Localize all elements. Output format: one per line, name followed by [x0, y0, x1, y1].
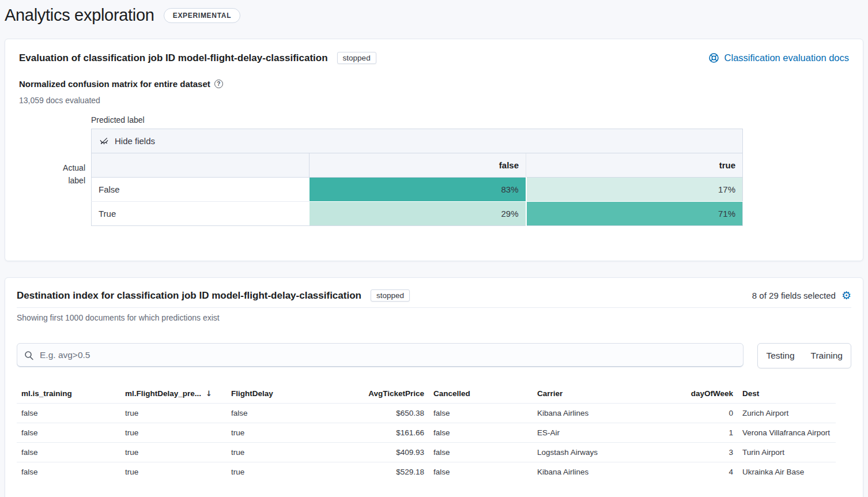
column-header[interactable]: Dest [738, 387, 836, 404]
matrix-cell: 17% [526, 178, 743, 202]
table-cell: true [120, 423, 227, 443]
table-cell: $161.66 [324, 423, 429, 443]
matrix-row: False83%17% [92, 178, 743, 202]
column-header[interactable]: ml.is_training [17, 387, 120, 404]
destination-status-badge: stopped [371, 289, 410, 302]
table-cell: 1 [642, 423, 738, 443]
table-cell: false [17, 462, 120, 482]
hide-fields-label: Hide fields [115, 136, 155, 146]
results-header-row: ml.is_trainingml.FlightDelay_pre...↓Flig… [17, 387, 836, 404]
sort-desc-icon: ↓ [206, 389, 212, 398]
table-cell: 0 [642, 404, 738, 423]
table-row: falsetruetrue$529.18falseKibana Airlines… [17, 462, 836, 482]
table-cell: false [17, 443, 120, 462]
page-title: Analytics exploration [5, 6, 154, 25]
table-cell: false [17, 423, 120, 443]
column-header[interactable]: FlightDelay [227, 387, 324, 404]
table-cell: true [120, 404, 227, 423]
table-cell: true [227, 462, 324, 482]
table-row: falsetruetrue$409.93falseLogstash Airway… [17, 443, 836, 462]
column-header[interactable]: Carrier [533, 387, 642, 404]
table-cell: 3 [642, 443, 738, 462]
experimental-badge: EXPERIMENTAL [164, 8, 241, 23]
column-header[interactable]: dayOfWeek [642, 387, 738, 404]
matrix-row-label: False [92, 178, 310, 202]
table-cell: false [429, 404, 533, 423]
destination-subtitle: Showing first 1000 documents for which p… [17, 313, 851, 322]
page-header: Analytics exploration EXPERIMENTAL [5, 6, 863, 25]
matrix-col-false: false [310, 153, 526, 178]
table-cell: 4 [642, 462, 738, 482]
classification-evaluation-docs-link[interactable]: Classification evaluation docs [708, 52, 849, 63]
table-cell: Zurich Airport [738, 404, 836, 423]
table-cell: true [227, 423, 324, 443]
table-cell: Kibana Airlines [533, 462, 642, 482]
table-cell: false [429, 423, 533, 443]
actual-label: Actual label [19, 115, 91, 226]
question-circle-icon[interactable]: ? [214, 80, 223, 88]
confusion-matrix-table: Hide fields false true False83%17%True29… [91, 129, 743, 226]
table-cell: true [227, 443, 324, 462]
matrix-col-true: true [526, 153, 743, 178]
table-cell: true [120, 462, 227, 482]
search-input[interactable] [40, 350, 736, 360]
help-icon [708, 52, 719, 63]
evaluation-panel: Evaluation of classification job ID mode… [5, 39, 863, 261]
column-header[interactable]: ml.FlightDelay_pre...↓ [120, 387, 227, 404]
fields-selected-count: 8 of 29 fields selected [752, 291, 836, 300]
table-row: falsetruetrue$161.66falseES-Air1Verona V… [17, 423, 836, 443]
table-cell: $529.18 [324, 462, 429, 482]
matrix-cell: 83% [310, 178, 526, 202]
destination-index-panel: Destination index for classification job… [5, 277, 863, 497]
docs-link-label: Classification evaluation docs [724, 52, 849, 63]
table-cell: Verona Villafranca Airport [738, 423, 836, 443]
table-cell: ES-Air [533, 423, 642, 443]
hide-fields-button[interactable]: Hide fields [92, 129, 743, 153]
table-cell: false [17, 404, 120, 423]
results-table: ml.is_trainingml.FlightDelay_pre...↓Flig… [17, 387, 836, 481]
analytics-exploration-page: Analytics exploration EXPERIMENTAL Evalu… [0, 0, 868, 497]
destination-panel-title: Destination index for classification job… [17, 290, 361, 302]
column-header[interactable]: AvgTicketPrice [324, 387, 429, 404]
predicted-label: Predicted label [91, 115, 742, 125]
matrix-row: True29%71% [92, 202, 743, 226]
job-status-badge: stopped [337, 52, 376, 64]
docs-evaluated-count: 13,059 docs evaluated [19, 96, 849, 105]
table-cell: Ukrainka Air Base [738, 462, 836, 482]
table-cell: false [429, 462, 533, 482]
table-cell: false [227, 404, 324, 423]
table-cell: $650.38 [324, 404, 429, 423]
matrix-cell: 29% [310, 202, 526, 226]
evaluation-panel-title: Evaluation of classification job ID mode… [19, 52, 328, 64]
matrix-row-label: True [92, 202, 310, 226]
table-cell: false [429, 443, 533, 462]
testing-button[interactable]: Testing [758, 344, 802, 368]
hide-fields-row: Hide fields [92, 129, 743, 153]
table-cell: $409.93 [324, 443, 429, 462]
gear-icon[interactable]: ⚙ [841, 290, 851, 301]
column-header[interactable]: Cancelled [429, 387, 533, 404]
table-cell: Logstash Airways [533, 443, 642, 462]
table-row: falsetruefalse$650.38falseKibana Airline… [17, 404, 836, 423]
table-cell: Kibana Airlines [533, 404, 642, 423]
search-icon [24, 351, 34, 360]
confusion-matrix-heading: Normalized confusion matrix for entire d… [19, 79, 210, 89]
eye-closed-icon [99, 136, 109, 146]
matrix-header-row: false true [92, 153, 743, 178]
table-cell: true [120, 443, 227, 462]
training-filter-group: Testing Training [757, 343, 851, 368]
training-button[interactable]: Training [803, 344, 851, 368]
confusion-matrix-zone: Actual label Predicted label [19, 115, 849, 226]
header-divider [17, 307, 851, 308]
table-cell: Turin Airport [738, 443, 836, 462]
matrix-cell: 71% [526, 202, 743, 226]
query-bar [17, 343, 744, 367]
matrix-corner-cell [92, 153, 310, 178]
